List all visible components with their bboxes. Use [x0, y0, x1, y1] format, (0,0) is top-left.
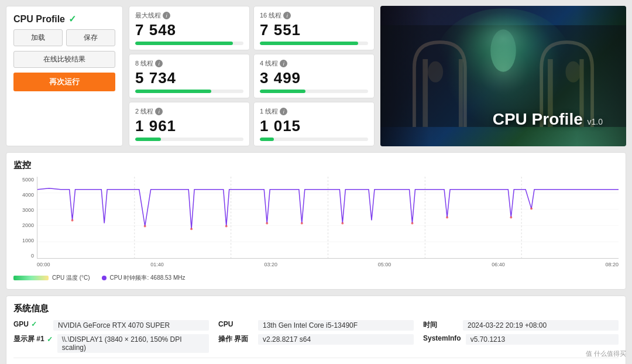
info-icon[interactable]: i	[163, 12, 170, 19]
chart-svg	[37, 177, 619, 258]
panel-title: CPU Profile ✓	[13, 13, 115, 25]
svg-point-25	[341, 222, 344, 224]
chart-x-labels: 00:00 01:40 03:20 05:00 06:40 08:20	[37, 259, 619, 270]
score-bar-container	[260, 138, 368, 141]
score-bar-container	[135, 138, 243, 141]
sysinfo-column: CPU 13th Gen Intel Core i5-13490F 操作 界面 …	[218, 320, 414, 353]
score-bar-container	[260, 90, 368, 93]
svg-point-24	[301, 222, 303, 224]
sysinfo-column: GPU ✓ NVIDIA GeForce RTX 4070 SUPER 显示屏 …	[13, 320, 209, 353]
score-bar-container	[135, 42, 243, 45]
score-value: 1 015	[260, 117, 368, 135]
sysinfo-item: 操作 界面 v2.28.8217 s64	[218, 334, 414, 345]
chart-area	[37, 177, 619, 259]
svg-rect-4	[423, 59, 428, 127]
sysinfo-key: 操作 界面	[218, 334, 253, 344]
svg-point-26	[411, 222, 413, 224]
load-save-row: 加载 保存	[13, 29, 115, 46]
svg-point-29	[530, 208, 533, 210]
info-icon[interactable]: i	[155, 108, 163, 115]
legend-temp-label: CPU 温度 (°C)	[52, 274, 90, 282]
score-card: 16 线程 i 7 551	[253, 6, 375, 50]
chart-legend: CPU 温度 (°C) CPU 时钟频率: 4688.53 MHz	[13, 274, 619, 282]
score-card: 最大线程 i 7 548	[129, 6, 250, 50]
svg-point-28	[510, 217, 512, 219]
sysinfo-item: 显示屏 #1 ✓ \\.\DISPLAY1 (3840 × 2160, 150%…	[13, 334, 209, 353]
score-bar	[260, 42, 358, 45]
info-icon[interactable]: i	[155, 60, 163, 67]
svg-point-27	[446, 217, 448, 219]
score-bar	[135, 138, 161, 141]
sysinfo-item: GPU ✓ NVIDIA GeForce RTX 4070 SUPER	[13, 320, 209, 331]
temp-legend-bar	[13, 276, 49, 280]
sysinfo-value: v2.28.8217 s64	[258, 334, 414, 345]
score-card: 4 线程 i 3 499	[253, 54, 375, 98]
info-icon[interactable]: i	[280, 108, 287, 115]
monitor-title: 监控	[13, 160, 619, 171]
sysinfo-section: 系统信息 GPU ✓ NVIDIA GeForce RTX 4070 SUPER…	[6, 296, 626, 364]
sysinfo-key: SystemInfo	[423, 334, 461, 342]
score-bar	[135, 90, 211, 93]
score-bar	[260, 138, 274, 141]
score-value: 5 734	[135, 69, 243, 87]
info-icon[interactable]: i	[280, 60, 287, 67]
score-label: 2 线程 i	[135, 107, 243, 116]
score-bar	[260, 90, 305, 93]
sysinfo-check-icon: ✓	[31, 320, 37, 328]
svg-point-3	[490, 29, 516, 71]
svg-point-23	[266, 222, 268, 224]
save-button[interactable]: 保存	[66, 29, 115, 46]
freq-legend-dot	[102, 276, 107, 280]
score-label: 8 线程 i	[135, 59, 243, 68]
svg-point-22	[225, 225, 228, 227]
svg-rect-5	[459, 59, 463, 127]
watermark: 值 什么值得买	[586, 349, 626, 358]
chart-y-labels: 5000 4000 3000 2000 1000 0	[13, 177, 37, 259]
svg-point-8	[428, 61, 443, 83]
svg-point-20	[144, 225, 146, 227]
sysinfo-check-icon: ✓	[47, 335, 53, 344]
sysinfo-value: v5.70.1213	[466, 334, 619, 345]
score-label: 最大线程 i	[135, 11, 243, 20]
sysinfo-item: SystemInfo v5.70.1213	[423, 334, 619, 345]
run-again-button[interactable]: 再次运行	[13, 73, 115, 91]
sysinfo-grid: GPU ✓ NVIDIA GeForce RTX 4070 SUPER 显示屏 …	[13, 320, 619, 353]
score-bar-container	[260, 42, 368, 45]
banner-title: CPU Profile v1.0	[493, 110, 603, 129]
score-label: 1 线程 i	[260, 107, 368, 116]
sysinfo-key: GPU ✓	[13, 320, 49, 328]
score-value: 3 499	[260, 69, 368, 87]
sysinfo-item: 时间 2024-03-22 20:19 +08:00	[423, 320, 619, 331]
banner-version: v1.0	[588, 117, 603, 126]
score-label: 16 线程 i	[260, 11, 368, 20]
sysinfo-value: 13th Gen Intel Core i5-13490F	[258, 320, 414, 331]
banner: CPU Profile v1.0	[380, 6, 626, 146]
sysinfo-key: CPU	[218, 320, 253, 328]
info-icon[interactable]: i	[283, 12, 291, 19]
sysinfo-item: CPU 13th Gen Intel Core i5-13490F	[218, 320, 414, 331]
score-bar	[135, 42, 233, 45]
svg-point-9	[565, 61, 581, 83]
monitor-section: 监控 5000 4000 3000 2000 1000 0	[6, 152, 626, 290]
svg-point-21	[190, 228, 193, 230]
sysinfo-value: \\.\DISPLAY1 (3840 × 2160, 150% DPI scal…	[57, 334, 209, 353]
sysinfo-key: 显示屏 #1 ✓	[13, 334, 53, 344]
score-value: 7 551	[260, 21, 368, 39]
sysinfo-title: 系统信息	[13, 303, 619, 314]
legend-freq: CPU 时钟频率: 4688.53 MHz	[102, 274, 186, 282]
legend-freq-label: CPU 时钟频率: 4688.53 MHz	[110, 274, 186, 282]
score-card: 2 线程 i 1 961	[129, 102, 250, 146]
online-compare-button[interactable]: 在线比较结果	[13, 51, 115, 68]
score-card: 1 线程 i 1 015	[253, 102, 375, 146]
sysinfo-value: 2024-03-22 20:19 +08:00	[463, 320, 619, 331]
score-bar-container	[135, 90, 243, 93]
sysinfo-column: 时间 2024-03-22 20:19 +08:00 SystemInfo v5…	[423, 320, 619, 353]
score-card: 8 线程 i 5 734	[129, 54, 250, 98]
score-value: 1 961	[135, 117, 243, 135]
legend-temperature: CPU 温度 (°C)	[13, 274, 90, 282]
score-label: 4 线程 i	[260, 59, 368, 68]
sysinfo-key: 时间	[423, 320, 458, 330]
left-panel: CPU Profile ✓ 加载 保存 在线比较结果 再次运行	[6, 6, 123, 146]
panel-check-icon: ✓	[68, 13, 76, 25]
load-button[interactable]: 加载	[13, 29, 63, 46]
